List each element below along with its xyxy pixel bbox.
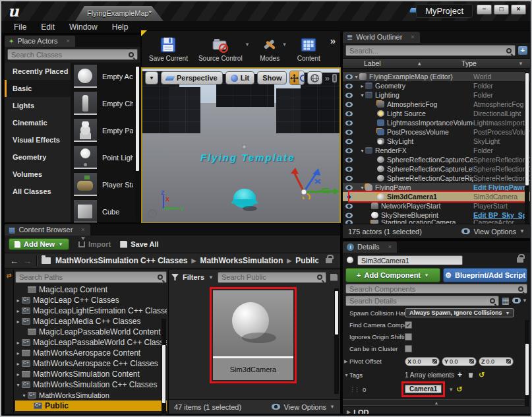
- view-options-button[interactable]: View Options ▼: [272, 403, 335, 411]
- visibility-eye-icon[interactable]: [345, 194, 353, 199]
- tree-item[interactable]: MagicLeapPassableWorld C++ Classes: [15, 337, 167, 348]
- level-tab[interactable]: FlyingExampleMap*: [75, 6, 163, 21]
- column-filter-icon[interactable]: ▼: [518, 61, 523, 67]
- add-filter-icon[interactable]: +: [518, 46, 527, 55]
- viewport-help-icon[interactable]: ?: [148, 209, 157, 218]
- menu-item[interactable]: Help: [105, 22, 136, 32]
- viewport-overflow-chevron[interactable]: »: [325, 73, 330, 83]
- placeable-item[interactable]: Player Start: [71, 171, 134, 198]
- expander-icon[interactable]: [359, 185, 365, 191]
- expander-icon[interactable]: [353, 74, 359, 80]
- expander-icon[interactable]: [359, 92, 365, 98]
- visibility-eye-icon[interactable]: [345, 157, 353, 162]
- cluster-checkbox[interactable]: ✔: [405, 345, 412, 352]
- pivot-z-field[interactable]: Z0.0: [479, 357, 514, 366]
- toolbar-overflow-chevron[interactable]: »: [326, 31, 340, 50]
- category-item[interactable]: Recently Placed: [5, 63, 71, 80]
- tab-world-outliner[interactable]: ≣ World Outliner ×: [343, 32, 420, 43]
- category-item[interactable]: All Classes: [5, 183, 71, 200]
- table-row[interactable]: SphereReflectionCaptureLeft SphereReflec…: [343, 164, 530, 174]
- table-row[interactable]: RenderFX Folder: [343, 146, 530, 155]
- tree-item[interactable]: MagicLeap Content: [15, 284, 167, 295]
- tree-item[interactable]: MagicLeapMedia C++ Classes: [15, 316, 167, 327]
- search-components-input[interactable]: Search Components: [345, 284, 527, 294]
- transform-gizmo[interactable]: [289, 166, 340, 199]
- placeable-item[interactable]: Point Light: [71, 144, 134, 171]
- scrollbar[interactable]: [334, 288, 339, 394]
- expander-icon[interactable]: ▶: [344, 359, 349, 364]
- source-control-button[interactable]: Source Control: [194, 34, 247, 64]
- add-element-icon[interactable]: +: [458, 370, 462, 379]
- lod-section-header[interactable]: ▶ LOD: [343, 406, 530, 414]
- menu-item[interactable]: Window: [62, 22, 105, 32]
- category-item[interactable]: Volumes: [5, 166, 71, 183]
- close-tab-icon[interactable]: ×: [388, 243, 392, 250]
- tree-item[interactable]: MagicLeapLightEstimation C++ Classes: [15, 305, 167, 316]
- lit-button[interactable]: Lit: [225, 71, 254, 84]
- perspective-button[interactable]: Perspective: [161, 71, 223, 84]
- splitter-handle[interactable]: ▲: [343, 399, 530, 406]
- tree-item[interactable]: MagicLeapPassableWorld Content: [15, 327, 167, 337]
- save-current-button[interactable]: Save Current: [144, 34, 192, 64]
- table-row[interactable]: SphereReflectionCaptureCentre SphereRefl…: [343, 155, 530, 164]
- visibility-eye-icon[interactable]: [345, 129, 353, 135]
- tree-item[interactable]: MathWorksSimulation Content: [15, 369, 167, 379]
- tree-item[interactable]: Public: [15, 401, 167, 411]
- find-camera-checkbox[interactable]: ✔: [405, 321, 412, 329]
- pivot-y-field[interactable]: Y0.0: [442, 357, 477, 366]
- expander-icon[interactable]: ▼: [344, 373, 349, 377]
- visibility-eye-icon[interactable]: [345, 111, 353, 116]
- table-row[interactable]: Sim3dCamera1 Sim3dCamera: [343, 192, 530, 201]
- move-tool-button[interactable]: [290, 71, 299, 84]
- chevron-down-icon[interactable]: ▾: [246, 41, 249, 48]
- column-label[interactable]: Label: [364, 59, 417, 67]
- table-row[interactable]: SkyShereBlueprint Edit BP_Sky_Spl: [343, 210, 530, 220]
- search-assets-input[interactable]: Search Public: [218, 272, 326, 283]
- world-local-toggle-button[interactable]: [307, 71, 322, 84]
- expander-icon[interactable]: [359, 83, 365, 89]
- close-tab-icon[interactable]: ×: [67, 38, 70, 44]
- expander-icon[interactable]: [15, 361, 21, 367]
- lock-icon[interactable]: [326, 258, 332, 263]
- expander-icon[interactable]: [359, 148, 365, 154]
- table-row[interactable]: Lighting Folder: [343, 90, 530, 100]
- visibility-eye-icon[interactable]: [345, 148, 353, 153]
- category-item[interactable]: Basic: [5, 80, 71, 97]
- visibility-eye-icon[interactable]: [345, 102, 353, 107]
- table-row[interactable]: LightmassImportanceVolume LightmassImpor…: [343, 118, 530, 127]
- scrollbar[interactable]: [525, 320, 529, 406]
- placeable-item[interactable]: Empty Pawn: [71, 117, 134, 144]
- column-type[interactable]: Type: [461, 59, 518, 67]
- category-item[interactable]: Cinematic: [5, 114, 71, 131]
- visibility-eye-icon[interactable]: [345, 139, 353, 144]
- display-filter-button[interactable]: ▼: [512, 298, 527, 304]
- visibility-eye-icon[interactable]: [345, 120, 353, 125]
- tag-value-field[interactable]: Camera1: [405, 385, 442, 393]
- forward-button[interactable]: →: [23, 256, 32, 266]
- actor-name-field[interactable]: Sim3dCamera1: [357, 255, 463, 265]
- table-row[interactable]: FlyingExampleMap (Editor) World: [343, 72, 530, 81]
- expander-icon[interactable]: [15, 308, 21, 314]
- minimize-button[interactable]: –: [477, 5, 492, 15]
- maximize-button[interactable]: □: [494, 5, 509, 15]
- table-row[interactable]: Geometry Folder: [343, 81, 530, 90]
- close-button[interactable]: ×: [511, 5, 526, 15]
- origin-shifting-checkbox[interactable]: ✔: [405, 333, 412, 340]
- table-row[interactable]: SkyLight SkyLight: [343, 137, 530, 146]
- expander-icon[interactable]: [15, 298, 21, 304]
- breadcrumb-item[interactable]: MathWorksSimulation C++ Classes▶: [55, 256, 196, 265]
- chevron-down-icon[interactable]: ▾: [283, 41, 286, 48]
- visibility-eye-icon[interactable]: [345, 83, 353, 88]
- delete-array-icon[interactable]: [468, 372, 473, 378]
- table-row[interactable]: PostProcessVolume PostProcessVolum: [343, 127, 530, 137]
- modes-button[interactable]: Modes: [255, 34, 284, 64]
- table-row[interactable]: FlyingPawn Edit FlyingPawn: [343, 183, 530, 192]
- outliner-search-input[interactable]: Search...: [345, 45, 516, 56]
- viewport-options-button[interactable]: ▼: [145, 71, 158, 84]
- table-row[interactable]: NetworkPlayerStart PlayerStart: [343, 201, 530, 210]
- tree-item[interactable]: MathWorksSimulation: [15, 390, 167, 401]
- menu-item[interactable]: Edit: [34, 22, 62, 32]
- save-all-button[interactable]: Save All: [120, 240, 158, 248]
- level-viewport[interactable]: Flying Template Z X Y ? ▼ Perspective Li…: [141, 67, 341, 224]
- visibility-eye-icon[interactable]: [345, 166, 353, 172]
